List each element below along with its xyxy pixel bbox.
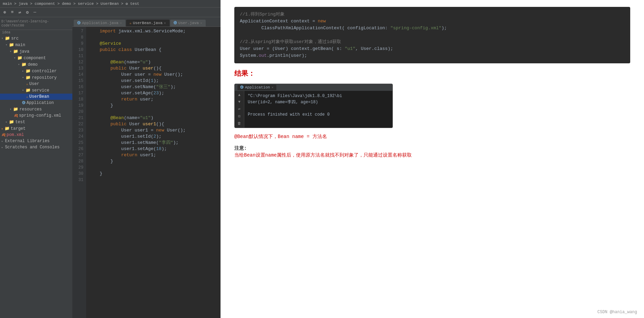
sidebar-item-repository[interactable]: ▾📁 repository [0,74,72,81]
toolbar-btn-dash[interactable]: — [32,9,38,15]
breadcrumb: main > java > component > demo > service… [3,1,139,6]
sidebar-item-label: UserBean [29,94,49,99]
toolbar-btn-gear[interactable]: ⚙ [24,9,30,16]
sidebar-item-pom[interactable]: 🍂 pom.xml [0,132,72,138]
sidebar-item-label: target [11,126,25,131]
notice-label: 注意: [234,145,630,151]
toolbar-btn-settings[interactable]: ⊕ [2,9,8,16]
tab-user[interactable]: 🅤 User.java ✕ [170,20,206,26]
console-body: ▲ ▼ ⇌ ⊟ 🗑 "C:\Program Files\Java\jdk1.8.… [235,91,392,128]
sidebar-path: D:\maven\test-learning-code\Test00 [1,20,49,28]
tab-application[interactable]: 🅐 Application.java ✕ [74,20,125,26]
sidebar-item-scratches[interactable]: ▸ Scratches and Consoles [0,144,72,150]
sidebar-item-userbean[interactable]: ☕ UserBean [0,94,72,100]
sidebar-item-label: controller [32,69,57,74]
ide-header: main > java > component > demo > service… [0,0,221,8]
console-line-4: Process finished with exit code 0 [248,112,389,118]
sidebar-item-target[interactable]: ▸📁 target [0,125,72,132]
sidebar-item-label: resources [19,107,42,112]
console-btn-up[interactable]: ▲ [237,92,241,98]
console-btn-down[interactable]: ▼ [237,99,241,105]
sidebar-item-label: java [19,49,29,54]
result-label: 结果： [234,69,630,78]
console-line-2: User(id=2, name=李四, age=18) [248,99,389,105]
sidebar-item-external-libraries[interactable]: ▸ External Libraries [0,138,72,144]
ide-toolbar: ⊕ ≡ ⇌ ⚙ — [0,8,221,17]
sidebar-item-main[interactable]: ▾📁 main [0,42,72,48]
console-line-3 [248,105,389,112]
close-icon[interactable]: ✕ [200,21,202,25]
toolbar-btn-swap[interactable]: ⇌ [17,9,23,16]
console-header: 🅐 Application ✕ [235,84,392,91]
console-btn-wrap[interactable]: ⇌ [237,106,241,112]
close-icon[interactable]: ✕ [164,21,166,25]
console-close-icon[interactable]: ✕ [272,85,274,89]
console-line-1: "C:\Program Files\Java\jdk1.8.0_192\bi [248,93,389,99]
sidebar-item-user[interactable]: ☕ User [0,81,72,87]
sidebar-item-label: repository [32,75,57,80]
sidebar-item-label: User [29,82,39,86]
sidebar-root-label: idea [0,30,72,35]
ide-panel: main > java > component > demo > service… [0,0,221,318]
sidebar-item-demo[interactable]: ▾📁 demo [0,61,72,68]
sidebar-item-label: src [11,36,19,41]
close-icon[interactable]: ✕ [120,21,122,25]
editor-area: 🅐 Application.java ✕ ☕ UserBean.java ✕ 🅤… [72,17,221,318]
sidebar-item-label: demo [28,62,38,67]
sidebar-item-src[interactable]: ▾📁 src [0,35,72,42]
sidebar-item-controller[interactable]: ▸📁 controller [0,68,72,74]
notice-text: 当给Bean设置name属性后，使用原方法名就找不到对象了，只能通过设置名称获取 [234,151,630,160]
sidebar-item-label: main [15,43,25,47]
sidebar-item-test[interactable]: ▸📁 test [0,119,72,125]
sidebar-item-label: pom.xml [7,132,24,137]
code-editor[interactable]: 7 8 9 10 11 12 13 14 15 16 17 18 19 20 2… [72,27,221,318]
console-btn-clear[interactable]: 🗑 [237,120,242,126]
code-block-main: //1.得到Spring对象 ApplicationContext contex… [234,7,630,63]
sidebar-item-component[interactable]: ▾📁 component [0,55,72,61]
console-content: "C:\Program Files\Java\jdk1.8.0_192\bi U… [244,91,392,128]
project-sidebar: D:\maven\test-learning-code\Test00 idea … [0,17,72,318]
sidebar-item-resources[interactable]: ▾📁 resources [0,106,72,113]
line-numbers: 7 8 9 10 11 12 13 14 15 16 17 18 19 20 2… [72,27,86,318]
sidebar-item-service[interactable]: ▾📁 service [0,87,72,94]
tab-userbean[interactable]: ☕ UserBean.java ✕ [126,20,170,26]
csdn-credit: CSDN @hania_wang [597,310,637,315]
editor-tabs: 🅐 Application.java ✕ ☕ UserBean.java ✕ 🅤… [72,17,221,27]
code-content[interactable]: import javax.xml.ws.ServiceMode; @Servic… [86,27,221,318]
sidebar-item-label: service [32,88,49,93]
console-sidebar: ▲ ▼ ⇌ ⊟ 🗑 [235,91,244,128]
bean-note: @Bean默认情况下，Bean name = 方法名 [234,134,630,140]
console-btn-filter[interactable]: ⊟ [237,113,241,119]
sidebar-item-application[interactable]: 🅐 Application [0,100,72,106]
sidebar-item-label: component [23,56,46,61]
notice-section: 注意: 当给Bean设置name属性后，使用原方法名就找不到对象了，只能通过设置… [234,145,630,160]
sidebar-item-java[interactable]: ▾📁 java [0,48,72,55]
sidebar-item-label: Scratches and Consoles [5,145,59,150]
console-block: 🅐 Application ✕ ▲ ▼ ⇌ ⊟ 🗑 "C:\Program Fi… [234,84,393,128]
sidebar-item-spring-config[interactable]: 🍂 spring-config.xml [0,113,72,119]
sidebar-item-label: test [15,120,25,125]
ide-body: D:\maven\test-learning-code\Test00 idea … [0,17,221,318]
sidebar-item-label: External Libraries [5,139,50,144]
console-tab-application[interactable]: 🅐 Application ✕ [237,85,276,90]
toolbar-btn-list[interactable]: ≡ [10,9,15,15]
console-tab-label: Application [245,85,270,89]
sidebar-item-label: Application [27,100,54,105]
article-panel: //1.得到Spring对象 ApplicationContext contex… [221,0,644,318]
sidebar-item-label: spring-config.xml [19,113,61,118]
